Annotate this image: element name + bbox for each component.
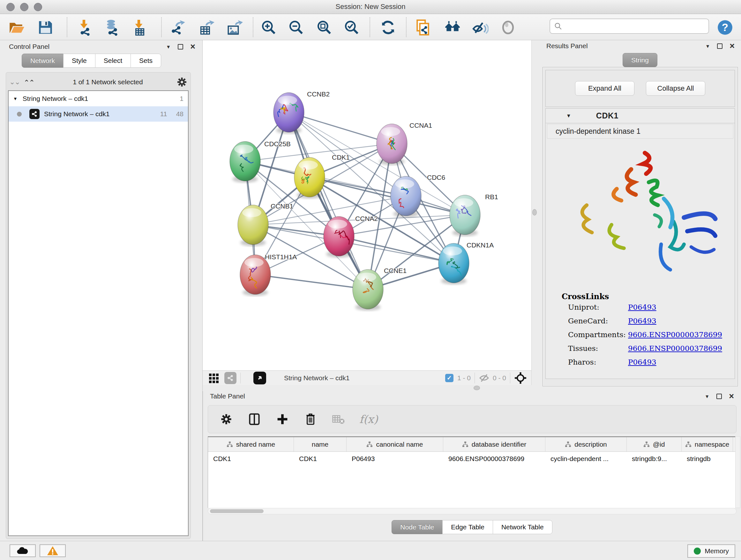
control-panel-float-button[interactable] [178, 44, 183, 50]
table-panel-menu-button[interactable]: ▼ [704, 394, 710, 399]
column-header-canonical-name[interactable]: canonical name [347, 437, 443, 451]
birdseye-view-icon[interactable] [253, 372, 266, 384]
edge-HIST1H1A-CCNE1[interactable] [255, 274, 368, 289]
memory-button[interactable]: Memory [687, 544, 735, 558]
control-panel-menu-button[interactable]: ▼ [166, 44, 171, 50]
column-header-namespace[interactable]: namespace [682, 437, 733, 451]
show-columns-icon[interactable] [247, 412, 262, 427]
tab-string[interactable]: String [623, 53, 657, 67]
node-CCNE1[interactable]: CCNE1 [353, 267, 407, 311]
expand-all-networks-icon[interactable]: ⌄⌄ [24, 78, 35, 86]
table-options-gear-icon[interactable] [219, 412, 233, 427]
column-header-shared-name[interactable]: shared name [208, 437, 294, 451]
node-CDK1[interactable]: CDK1 [294, 153, 350, 199]
tab-style[interactable]: Style [63, 54, 95, 68]
network-canvas[interactable]: CCNB2CCNA1CDC25BCDK1CDC6RB1CCNB1CCNA2CDK… [203, 40, 531, 370]
node-CDC25B[interactable]: CDC25B [230, 140, 291, 183]
zoom-selected-button[interactable] [342, 18, 361, 37]
first-neighbors-button[interactable] [443, 18, 462, 37]
collection-expand-icon[interactable]: ▼ [13, 96, 17, 101]
table-cell[interactable]: stringdb:9... [627, 452, 682, 466]
tab-network[interactable]: Network [22, 54, 64, 68]
control-panel-close-button[interactable]: × [190, 44, 195, 50]
import-network-from-database-button[interactable] [102, 18, 121, 37]
cloud-status-button[interactable] [10, 544, 36, 557]
network-options-gear-icon[interactable] [177, 77, 187, 87]
show-all-button[interactable] [498, 18, 518, 37]
table-cell[interactable]: CDK1 [208, 452, 294, 466]
edge-CCNB2-CCNA1[interactable] [289, 112, 392, 144]
column-header-name[interactable]: name [294, 437, 347, 451]
tab-select[interactable]: Select [95, 54, 131, 68]
entry-collapse-icon[interactable]: ▼ [566, 113, 571, 119]
export-network-button[interactable] [169, 18, 188, 37]
results-panel-menu-button[interactable]: ▼ [705, 44, 710, 49]
collapse-all-button[interactable]: Collapse All [646, 81, 705, 96]
table-cell[interactable]: 9606.ENSP00000378699 [443, 452, 545, 466]
column-header-database-identifier[interactable]: database identifier [443, 437, 545, 451]
results-panel-close-button[interactable]: × [730, 44, 735, 49]
node-CCNB1[interactable]: CCNB1 [238, 202, 293, 246]
add-column-icon[interactable] [275, 412, 290, 427]
table-cell[interactable]: CDK1 [294, 452, 347, 466]
crosslink-link[interactable]: 9606.ENSP00000378699 [628, 344, 722, 353]
crosslink-link[interactable]: P06493 [628, 317, 657, 325]
node-HIST1H1A[interactable]: HIST1H1A [240, 253, 297, 296]
crosslink-link[interactable]: P06493 [628, 358, 657, 366]
node-CDC6[interactable]: CDC6 [391, 174, 445, 217]
edge-CCNB2-CCNE1[interactable] [289, 112, 368, 289]
help-button[interactable]: ? [716, 18, 735, 37]
tab-sets[interactable]: Sets [131, 54, 161, 68]
expand-all-button[interactable]: Expand All [575, 81, 634, 96]
splitter-handle[interactable] [474, 386, 480, 390]
selected-nodes-checkbox[interactable]: ✓ [445, 374, 454, 382]
apply-layout-button[interactable] [379, 18, 398, 37]
collapse-all-networks-icon[interactable]: ⌄⌄ [9, 78, 20, 86]
zoom-out-button[interactable] [286, 18, 306, 37]
hide-selected-button[interactable] [470, 18, 489, 37]
export-image-button[interactable] [225, 18, 244, 37]
table-cell[interactable]: P06493 [347, 452, 443, 466]
zoom-in-button[interactable] [259, 18, 278, 37]
network-row[interactable]: String Network – cdk1 11 48 [9, 106, 188, 122]
new-network-from-selection-button[interactable] [414, 18, 433, 37]
tab-network-table[interactable]: Network Table [493, 520, 552, 534]
canvas-results-splitter[interactable] [531, 40, 539, 391]
network-graph[interactable]: CCNB2CCNA1CDC25BCDK1CDC6RB1CCNB1CCNA2CDK… [203, 40, 531, 370]
edge-CCNA2-CDKN1A[interactable] [339, 236, 454, 263]
table-horizontal-scrollbar[interactable] [208, 508, 737, 514]
network-view-share-icon[interactable] [224, 372, 237, 384]
table-row[interactable]: CDK1CDK1P064939606.ENSP00000378699cyclin… [208, 452, 736, 466]
tab-edge-table[interactable]: Edge Table [442, 520, 493, 534]
warnings-button[interactable] [40, 544, 66, 557]
crosslink-link[interactable]: P06493 [628, 303, 657, 311]
crosshair-target-icon[interactable] [514, 372, 527, 384]
zoom-fit-button[interactable] [315, 18, 334, 37]
tab-node-table[interactable]: Node Table [392, 520, 443, 534]
splitter-handle[interactable] [532, 209, 537, 215]
results-panel-float-button[interactable] [717, 44, 723, 49]
delete-column-trash-icon[interactable] [303, 412, 318, 427]
node-RB1[interactable]: RB1 [450, 193, 498, 236]
table-panel-close-button[interactable]: × [729, 394, 734, 399]
import-table-button[interactable] [130, 18, 149, 37]
search-input[interactable] [565, 22, 709, 30]
table-cell[interactable]: cyclin-dependent ... [545, 452, 627, 466]
protein-entry-header[interactable]: ▼ CDK1 [546, 109, 735, 123]
column-header-description[interactable]: description [545, 437, 627, 451]
grid-view-icon[interactable] [208, 372, 220, 384]
scrollbar-thumb[interactable] [210, 509, 264, 513]
network-collection-row[interactable]: ▼ String Network – cdk1 1 [9, 91, 188, 106]
crosslink-link[interactable]: 9606.ENSP00000378699 [628, 330, 722, 339]
node-CCNB2[interactable]: CCNB2 [273, 90, 330, 134]
node-CCNA1[interactable]: CCNA1 [377, 122, 432, 165]
save-session-button[interactable] [36, 18, 55, 37]
node-CDKN1A[interactable]: CDKN1A [439, 241, 494, 285]
column-header-id[interactable]: @id [627, 437, 682, 451]
table-panel-float-button[interactable] [717, 394, 722, 399]
table-vertical-scrollbar[interactable] [735, 436, 740, 508]
open-session-button[interactable] [7, 18, 26, 37]
import-network-button[interactable] [75, 18, 94, 37]
export-table-button[interactable] [197, 18, 216, 37]
table-cell[interactable]: stringdb [682, 452, 733, 466]
